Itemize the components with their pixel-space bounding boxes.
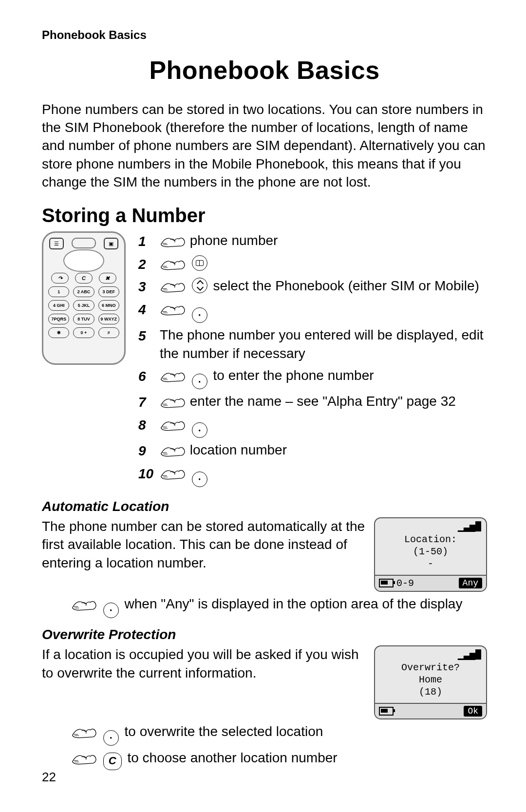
keypad-key: 0 +: [73, 327, 94, 338]
press-icon: [71, 598, 97, 611]
select-key-icon: [103, 730, 119, 746]
battery-icon: [379, 579, 394, 587]
nav-key-icon: [192, 278, 207, 293]
press-icon: [160, 280, 186, 293]
keypad-key: 2 ABC: [73, 286, 94, 297]
press-icon: [160, 467, 186, 480]
keypad-key: 5 JKL: [73, 300, 94, 311]
select-key-icon: [192, 472, 207, 487]
press-icon: [160, 395, 186, 409]
press-icon: [160, 369, 186, 383]
page-number: 22: [42, 770, 56, 785]
subsection-overwrite-protection: Overwrite Protection: [42, 627, 487, 642]
auto-location-text: The phone number can be stored automatic…: [42, 517, 365, 572]
select-key-icon: [192, 374, 207, 389]
signal-icon: ▁▃▅█: [458, 648, 481, 661]
keypad-key: ✱: [48, 327, 69, 338]
press-icon: [71, 725, 97, 739]
keypad-key: 8 TUV: [73, 314, 94, 324]
overwrite-text: If a location is occupied you will be as…: [42, 645, 365, 682]
press-icon: [160, 418, 186, 432]
page-title: Phonebook Basics: [42, 56, 487, 85]
select-key-icon: [192, 422, 207, 438]
running-header: Phonebook Basics: [42, 28, 487, 42]
subsection-automatic-location: Automatic Location: [42, 499, 487, 514]
press-icon: [71, 752, 97, 765]
phone-keypad-illustration: ☰▣ ↷C✖ 12 ABC3 DEF4 GHI5 JKL6 MNO7PQRS8 …: [42, 231, 126, 365]
softkey-any: Any: [459, 578, 482, 588]
keypad-key: 1: [48, 286, 69, 297]
press-icon: [160, 444, 186, 457]
steps-list: 1 phone number 2 3 select the Phonebook …: [138, 231, 487, 490]
keypad-key: 4 GHI: [48, 300, 69, 311]
auto-location-instruction: when "Any" is displayed in the option ar…: [71, 595, 487, 618]
phonebook-key-icon: [192, 255, 207, 271]
signal-icon: ▁▃▅█: [458, 520, 481, 532]
select-key-icon: [103, 603, 119, 618]
keypad-key: 3 DEF: [98, 286, 119, 297]
press-icon: [160, 234, 186, 248]
softkey-ok: Ok: [464, 706, 482, 717]
intro-paragraph: Phone numbers can be stored in two locat…: [42, 100, 487, 191]
press-icon: [160, 302, 186, 316]
overwrite-instruction-a: to overwrite the selected location: [71, 722, 487, 746]
press-icon: [160, 257, 186, 271]
section-storing-number: Storing a Number: [42, 205, 487, 227]
c-key-icon: C: [103, 753, 122, 770]
select-key-icon: [192, 307, 207, 323]
lcd-overwrite-screen: ▁▃▅█ Overwrite?Home(18) Ok: [374, 645, 487, 719]
overwrite-instruction-b: C to choose another location number: [71, 749, 487, 770]
keypad-key: 6 MNO: [98, 300, 119, 311]
lcd-location-screen: ▁▃▅█ Location:(1-50)- 0-9Any: [374, 517, 487, 592]
battery-icon: [379, 707, 394, 716]
keypad-key: #: [98, 327, 119, 338]
keypad-key: 9 WXYZ: [98, 314, 119, 324]
keypad-key: 7PQRS: [48, 314, 69, 324]
